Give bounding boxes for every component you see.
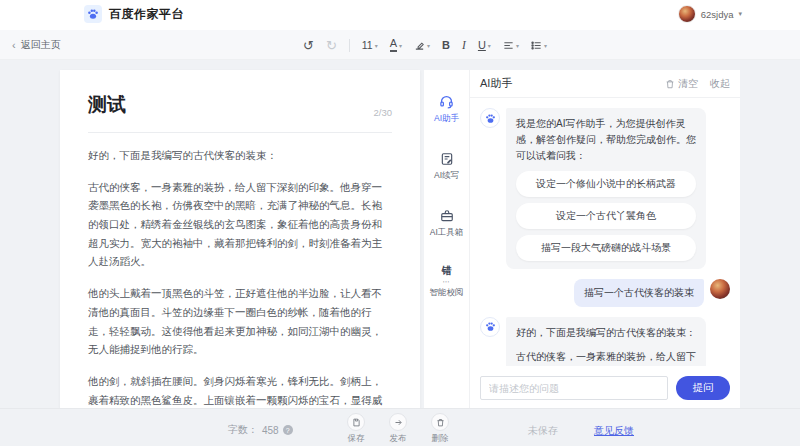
chevron-down-icon: ▾ <box>544 42 547 49</box>
editor-toolbar: ‹ 返回主页 ↺ ↻ 11▾ A▾ ▾ B I U▾ ▾ ▾ <box>0 30 800 60</box>
info-icon[interactable]: ? <box>283 425 293 435</box>
chevron-down-icon: ▾ <box>427 42 430 49</box>
top-bar: 百度作家平台 62sjdya ▾ <box>0 0 800 30</box>
chat-input-row: 提问 <box>480 376 730 400</box>
publish-button[interactable]: 发布 <box>389 413 407 445</box>
chevron-down-icon: ▾ <box>399 42 402 49</box>
doc-paragraph: 古代的侠客，一身素雅的装扮，给人留下深刻的印象。他身穿一袭墨黑色的长袍，仿佛夜空… <box>88 178 392 271</box>
user-message-bubble: 描写一个古代侠客的装束 <box>574 279 704 307</box>
sidebar-item-ai-toolbox[interactable]: AI工具箱 <box>430 209 464 239</box>
sidebar-item-label: AI工具箱 <box>430 227 464 239</box>
trash-icon <box>431 413 449 431</box>
save-document-icon <box>347 413 365 431</box>
user-avatar <box>678 5 696 23</box>
welcome-text: 我是您的AI写作助手，为您提供创作灵感，解答创作疑问，帮助您完成创作。您可以试着… <box>516 118 696 161</box>
brand: 百度作家平台 <box>84 5 184 23</box>
assistant-title: AI助手 <box>480 76 512 91</box>
suggestion-list: 设定一个修仙小说中的长柄武器 设定一个古代丫鬟角色 描写一段大气磅礴的战斗场景 <box>516 171 696 260</box>
formatting-group: ↺ ↻ 11▾ A▾ ▾ B I U▾ ▾ ▾ <box>303 30 547 60</box>
assistant-header: AI助手 清空 收起 <box>470 70 740 98</box>
suggestion-pill[interactable]: 设定一个修仙小说中的长柄武器 <box>516 171 696 197</box>
highlight-color-button[interactable]: ▾ <box>414 40 430 51</box>
chevron-down-icon: ▾ <box>488 42 491 49</box>
user-menu[interactable]: 62sjdya ▾ <box>678 5 742 23</box>
back-home-label: 返回主页 <box>21 38 61 52</box>
sidebar-item-proofread[interactable]: 错 ⋯ 智能校阅 <box>430 266 464 299</box>
doc-paragraph: 他的剑，就斜插在腰间。剑身闪烁着寒光，锋利无比。剑柄上，裹着精致的黑色鲨鱼皮。上… <box>88 372 392 408</box>
delete-button[interactable]: 删除 <box>431 413 449 445</box>
italic-button[interactable]: I <box>462 39 466 51</box>
user-avatar <box>710 279 730 299</box>
ai-message: 好的，下面是我编写的古代侠客的装束： 古代的侠客，一身素雅的装扮，给人留下深刻的… <box>480 317 730 366</box>
sidebar-item-label: AI助手 <box>434 113 459 125</box>
align-button[interactable]: ▾ <box>503 40 519 51</box>
reply-body: 古代的侠客，一身素雅的装扮，给人留下深刻的印象。他身穿一袭墨黑色的长袍，仿佛夜空… <box>516 349 696 366</box>
ai-message: 我是您的AI写作助手，为您提供创作灵感，解答创作疑问，帮助您完成创作。您可以试着… <box>480 108 730 269</box>
document-title-input[interactable]: 测试 <box>88 92 126 118</box>
save-button[interactable]: 保存 <box>347 413 365 445</box>
headset-icon <box>439 94 454 109</box>
redo-button: ↻ <box>326 38 337 53</box>
toolbar-divider <box>349 39 350 52</box>
ai-tools-sidebar: AI助手 AI续写 AI工具箱 错 ⋯ 智能校阅 <box>424 70 470 408</box>
trash-icon <box>665 79 675 89</box>
sidebar-item-ai-continue[interactable]: AI续写 <box>434 152 459 182</box>
document-editor[interactable]: 测试 2/30 好的，下面是我编写的古代侠客的装束： 古代的侠客，一身素雅的装扮… <box>60 70 420 408</box>
bot-paw-icon <box>480 108 500 128</box>
chevron-down-icon: ▾ <box>738 10 742 18</box>
save-status: 未保存 <box>528 424 558 438</box>
brand-name: 百度作家平台 <box>109 6 184 23</box>
clear-chat-button[interactable]: 清空 <box>665 77 698 91</box>
main-area: 测试 2/30 好的，下面是我编写的古代侠客的装束： 古代的侠客，一身素雅的装扮… <box>0 60 800 408</box>
align-icon <box>503 40 514 51</box>
bold-button[interactable]: B <box>442 39 450 51</box>
back-home-link[interactable]: ‹ 返回主页 <box>12 38 61 52</box>
underline-button[interactable]: U▾ <box>478 39 491 51</box>
font-color-button[interactable]: A▾ <box>390 38 402 52</box>
document-body[interactable]: 好的，下面是我编写的古代侠客的装束： 古代的侠客，一身素雅的装扮，给人留下深刻的… <box>88 146 392 408</box>
word-count: 字数：458 ? <box>228 423 293 437</box>
publish-arrow-icon <box>389 413 407 431</box>
sidebar-item-label: 智能校阅 <box>430 287 464 299</box>
doc-paragraph: 他的头上戴着一顶黑色的斗笠，正好遮住他的半边脸，让人看不清他的真面目。斗笠的边缘… <box>88 284 392 359</box>
suggestion-pill[interactable]: 设定一个古代丫鬟角色 <box>516 203 696 229</box>
suggestion-pill[interactable]: 描写一段大气磅礴的战斗场景 <box>516 235 696 261</box>
sidebar-item-label: AI续写 <box>434 170 459 182</box>
user-message: 描写一个古代侠客的装束 <box>480 279 730 307</box>
chevron-left-icon: ‹ <box>12 39 16 51</box>
undo-button[interactable]: ↺ <box>303 38 314 53</box>
ask-button[interactable]: 提问 <box>676 376 730 400</box>
highlighter-icon <box>414 40 425 51</box>
title-divider <box>88 132 392 133</box>
document-pen-icon <box>440 152 454 166</box>
list-icon <box>531 40 542 51</box>
footer-bar: 字数：458 ? 保存 发布 删除 <box>0 408 800 446</box>
proofread-icon: 错 <box>442 266 452 276</box>
list-button[interactable]: ▾ <box>531 40 547 51</box>
footer-actions: 保存 发布 删除 <box>347 413 449 445</box>
collapse-panel-button[interactable]: 收起 <box>710 77 730 91</box>
ai-message-bubble: 好的，下面是我编写的古代侠客的装束： 古代的侠客，一身素雅的装扮，给人留下深刻的… <box>506 317 706 366</box>
word-count-value: 458 <box>262 425 279 436</box>
reply-intro: 好的，下面是我编写的古代侠客的装束： <box>516 325 696 341</box>
baidu-paw-icon <box>84 5 102 23</box>
question-input[interactable] <box>480 376 668 400</box>
chevron-down-icon: ▾ <box>375 42 378 49</box>
toolbox-icon <box>440 209 454 223</box>
bot-paw-icon <box>480 317 500 337</box>
font-size-select[interactable]: 11▾ <box>362 39 378 51</box>
sidebar-item-ai-assistant[interactable]: AI助手 <box>434 94 459 125</box>
doc-paragraph: 好的，下面是我编写的古代侠客的装束： <box>88 146 392 165</box>
username: 62sjdya <box>701 9 734 20</box>
ai-message-bubble: 我是您的AI写作助手，为您提供创作灵感，解答创作疑问，帮助您完成创作。您可以试着… <box>506 108 706 269</box>
title-char-counter: 2/30 <box>374 107 393 118</box>
chevron-down-icon: ▾ <box>516 42 519 49</box>
feedback-link[interactable]: 意见反馈 <box>594 424 634 438</box>
ai-assistant-panel: AI助手 清空 收起 <box>470 70 740 408</box>
chat-history: 我是您的AI写作助手，为您提供创作灵感，解答创作疑问，帮助您完成创作。您可以试着… <box>470 98 740 366</box>
